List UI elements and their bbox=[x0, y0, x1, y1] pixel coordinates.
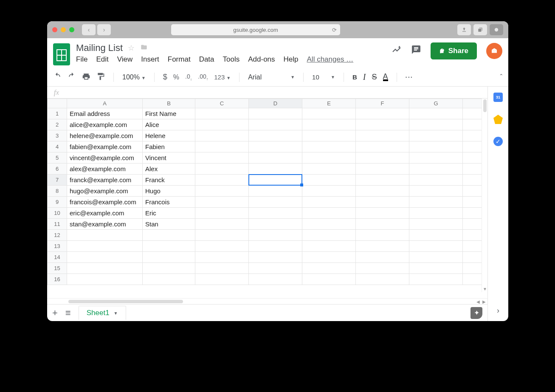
cell[interactable]: hugo@example.com bbox=[67, 186, 143, 197]
cell[interactable] bbox=[356, 175, 409, 186]
strikethrough-button[interactable]: S bbox=[372, 73, 377, 82]
more-formats-select[interactable]: 123▼ bbox=[214, 73, 231, 81]
cell[interactable]: franck@example.com bbox=[67, 175, 143, 186]
row-header[interactable]: 6 bbox=[48, 164, 67, 175]
horizontal-scrollbar-thumb[interactable] bbox=[68, 300, 183, 303]
cell[interactable] bbox=[195, 230, 249, 241]
cell[interactable] bbox=[356, 197, 409, 208]
grid-viewport[interactable]: ABCDEFGH 1Email addressFirst Name2alice@… bbox=[47, 99, 487, 298]
font-size-select[interactable]: 10 bbox=[312, 73, 322, 81]
cell[interactable] bbox=[249, 274, 302, 285]
cell[interactable] bbox=[302, 252, 356, 263]
cell[interactable] bbox=[249, 141, 302, 152]
cell[interactable] bbox=[409, 241, 463, 252]
cell[interactable] bbox=[249, 152, 302, 164]
column-header[interactable]: D bbox=[249, 99, 302, 108]
sheet-tab[interactable]: Sheet1 ▼ bbox=[79, 306, 126, 320]
menu-addons[interactable]: Add-ons bbox=[248, 55, 275, 64]
cell[interactable]: alice@example.com bbox=[67, 119, 143, 130]
cell[interactable] bbox=[195, 252, 249, 263]
cell[interactable]: stan@example.com bbox=[67, 219, 143, 230]
cell[interactable] bbox=[356, 241, 409, 252]
cell[interactable] bbox=[143, 274, 195, 285]
increase-decimal-icon[interactable]: .00↑ bbox=[198, 73, 208, 81]
cell[interactable] bbox=[356, 164, 409, 175]
italic-button[interactable]: I bbox=[363, 72, 366, 82]
cell[interactable]: Franck bbox=[143, 175, 195, 186]
cell[interactable]: Helene bbox=[143, 130, 195, 141]
cell[interactable] bbox=[143, 230, 195, 241]
cell[interactable] bbox=[195, 186, 249, 197]
redo-icon[interactable] bbox=[68, 72, 76, 82]
cell[interactable]: Email address bbox=[67, 108, 143, 119]
decrease-decimal-icon[interactable]: .0↓ bbox=[185, 73, 192, 81]
vertical-scrollbar-thumb[interactable] bbox=[483, 99, 487, 112]
menu-data[interactable]: Data bbox=[199, 55, 214, 64]
cell[interactable] bbox=[409, 130, 463, 141]
cell[interactable] bbox=[356, 274, 409, 285]
cell[interactable]: Vincent bbox=[143, 152, 195, 164]
keep-icon[interactable] bbox=[493, 115, 503, 124]
cell[interactable] bbox=[195, 108, 249, 119]
cell[interactable] bbox=[249, 175, 302, 186]
cell[interactable] bbox=[409, 197, 463, 208]
row-header[interactable]: 7 bbox=[48, 175, 67, 186]
column-header[interactable]: G bbox=[409, 99, 463, 108]
cell[interactable]: Francois bbox=[143, 197, 195, 208]
row-header[interactable]: 8 bbox=[48, 186, 67, 197]
cell[interactable] bbox=[195, 208, 249, 219]
cell[interactable] bbox=[143, 263, 195, 274]
cell[interactable] bbox=[409, 119, 463, 130]
cell[interactable] bbox=[302, 130, 356, 141]
cell[interactable] bbox=[195, 175, 249, 186]
menu-tools[interactable]: Tools bbox=[223, 55, 240, 64]
cell[interactable] bbox=[302, 208, 356, 219]
select-all-corner[interactable] bbox=[48, 99, 67, 108]
hide-sidepanel-icon[interactable]: › bbox=[497, 306, 499, 315]
sheets-logo-icon[interactable] bbox=[53, 43, 70, 65]
reload-icon[interactable]: ⟳ bbox=[332, 27, 337, 33]
cell[interactable] bbox=[67, 274, 143, 285]
cell[interactable] bbox=[409, 175, 463, 186]
row-header[interactable]: 5 bbox=[48, 152, 67, 164]
row-header[interactable]: 16 bbox=[48, 274, 67, 285]
scroll-right-icon[interactable]: ▶ bbox=[482, 299, 486, 304]
cell[interactable] bbox=[302, 241, 356, 252]
text-color-button[interactable]: A bbox=[383, 73, 388, 81]
paint-format-icon[interactable] bbox=[96, 72, 105, 82]
cell[interactable] bbox=[195, 119, 249, 130]
cell[interactable] bbox=[249, 230, 302, 241]
cell[interactable] bbox=[195, 219, 249, 230]
cell[interactable] bbox=[356, 186, 409, 197]
row-header[interactable]: 12 bbox=[48, 230, 67, 241]
tabs-icon[interactable] bbox=[473, 24, 487, 35]
calendar-icon[interactable]: 31 bbox=[493, 93, 503, 102]
cell[interactable] bbox=[356, 208, 409, 219]
print-icon[interactable] bbox=[82, 72, 90, 82]
cell[interactable] bbox=[195, 141, 249, 152]
share-button[interactable]: Share bbox=[431, 42, 477, 59]
changes-saved-link[interactable]: All changes … bbox=[307, 55, 354, 64]
cell[interactable]: Fabien bbox=[143, 141, 195, 152]
row-header[interactable]: 10 bbox=[48, 208, 67, 219]
cell[interactable] bbox=[302, 164, 356, 175]
cell[interactable]: Hugo bbox=[143, 186, 195, 197]
cell[interactable] bbox=[249, 108, 302, 119]
column-header[interactable]: C bbox=[195, 99, 249, 108]
cell[interactable] bbox=[195, 274, 249, 285]
scroll-down-icon[interactable]: ▼ bbox=[483, 287, 487, 291]
document-title[interactable]: Mailing List bbox=[76, 42, 123, 54]
collapse-toolbar-icon[interactable]: ˆ bbox=[500, 73, 502, 81]
folder-icon[interactable] bbox=[140, 44, 148, 53]
scroll-left-icon[interactable]: ◀ bbox=[476, 299, 480, 304]
cell[interactable] bbox=[195, 152, 249, 164]
cell[interactable] bbox=[302, 152, 356, 164]
column-header[interactable]: A bbox=[67, 99, 143, 108]
address-bar[interactable]: gsuite.google.com ⟳ bbox=[171, 24, 340, 35]
row-header[interactable]: 15 bbox=[48, 263, 67, 274]
undo-icon[interactable] bbox=[53, 72, 62, 82]
cell[interactable]: fabien@example.com bbox=[67, 141, 143, 152]
cell[interactable] bbox=[143, 252, 195, 263]
forward-button[interactable]: › bbox=[97, 24, 111, 35]
format-currency-icon[interactable]: $ bbox=[163, 73, 167, 82]
